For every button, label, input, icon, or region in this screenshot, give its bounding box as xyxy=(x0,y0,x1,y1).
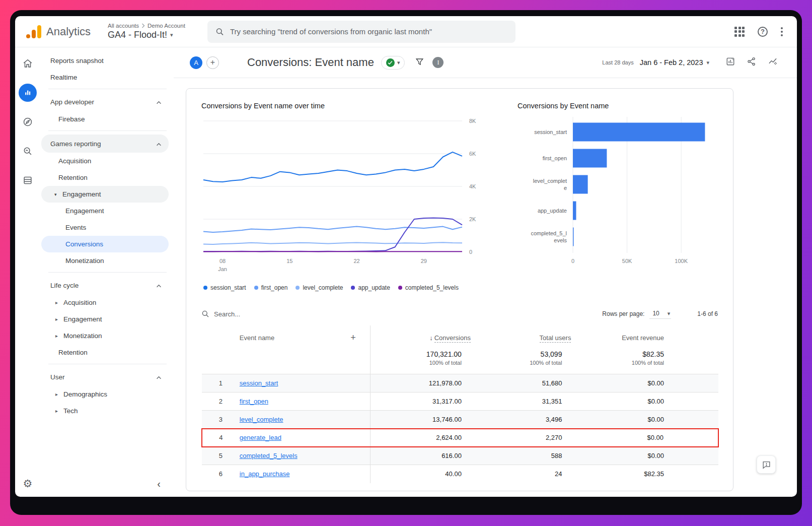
product-name: Analytics xyxy=(46,25,91,38)
insights-icon[interactable] xyxy=(768,56,778,69)
global-search[interactable] xyxy=(207,21,515,43)
svg-text:level_complet: level_complet xyxy=(533,178,567,184)
event-revenue-cell: $0.00 xyxy=(571,392,718,411)
library-nav-icon[interactable] xyxy=(19,171,37,189)
svg-text:0: 0 xyxy=(571,258,574,264)
home-nav-icon[interactable] xyxy=(19,54,37,73)
event-name-link[interactable]: generate_lead xyxy=(240,434,281,441)
conversions-cell: 13,746.00 xyxy=(370,411,471,429)
nav-reports-snapshot[interactable]: Reports snapshot xyxy=(41,52,169,69)
help-icon[interactable]: ? xyxy=(758,27,768,37)
add-dimension-icon[interactable]: + xyxy=(350,333,356,343)
nav-firebase[interactable]: Firebase xyxy=(41,111,169,127)
legend-dot-icon xyxy=(351,286,355,290)
caret-down-icon: ▾ xyxy=(397,59,400,66)
nav-demographics[interactable]: ▸Demographics xyxy=(41,386,169,403)
customize-report-icon[interactable] xyxy=(725,56,735,69)
legend-item: session_start xyxy=(203,284,246,291)
apps-grid-icon[interactable] xyxy=(734,27,745,37)
svg-text:0: 0 xyxy=(469,249,472,255)
col-header-conversions[interactable]: ↓Conversions xyxy=(370,325,471,348)
settings-gear-icon[interactable]: ⚙ xyxy=(23,478,33,490)
rows-per-page-select[interactable]: 10 ▾ xyxy=(649,309,671,319)
event-name-link[interactable]: session_start xyxy=(240,379,278,387)
nav-engagement-expanded[interactable]: ▾ Engagement xyxy=(41,186,169,203)
nav-section-app-developer[interactable]: App developer xyxy=(41,93,169,111)
table-section: Rows per page: 10 ▾ 1-6 of 6 xyxy=(201,305,718,483)
nav-section-games-reporting[interactable]: Games reporting xyxy=(41,135,169,153)
svg-text:8K: 8K xyxy=(469,118,476,124)
svg-text:100K: 100K xyxy=(675,258,688,264)
event-name-link[interactable]: completed_5_levels xyxy=(240,452,298,459)
caret-down-icon: ▾ xyxy=(170,32,173,38)
nav-lc-monetization[interactable]: ▸Monetization xyxy=(41,327,169,344)
totals-users: 53,099 xyxy=(471,350,562,358)
feedback-button[interactable] xyxy=(757,455,776,474)
event-name-link[interactable]: in_app_purchase xyxy=(240,470,290,478)
table-row-highlighted: 4 generate_lead 2,624.00 2,270 $0.00 xyxy=(202,429,718,447)
arrow-right-icon: ▸ xyxy=(55,316,63,322)
bar-chart-svg: 050K100Ksession_startfirst_openlevel_com… xyxy=(518,114,724,273)
date-range-label: Last 28 days xyxy=(602,59,633,65)
svg-text:4K: 4K xyxy=(469,183,476,189)
google-analytics-logo-icon xyxy=(26,25,41,38)
nav-section-life-cycle[interactable]: Life cycle xyxy=(41,276,169,294)
svg-text:2K: 2K xyxy=(469,216,476,222)
event-name-link[interactable]: first_open xyxy=(240,398,268,405)
nav-retention[interactable]: Retention xyxy=(41,169,169,186)
nav-tech[interactable]: ▸Tech xyxy=(41,403,169,419)
reports-nav-icon[interactable] xyxy=(19,84,37,102)
arrow-right-icon: ▸ xyxy=(55,333,63,339)
add-comparison-button[interactable]: + xyxy=(206,56,219,69)
table-search[interactable] xyxy=(201,310,294,318)
nav-section-user[interactable]: User xyxy=(41,368,169,386)
legend-dot-icon xyxy=(254,286,258,290)
event-revenue-cell: $0.00 xyxy=(571,447,718,465)
table-search-input[interactable] xyxy=(214,310,294,318)
row-number: 5 xyxy=(202,447,240,465)
totals-row: 170,321.00100% of total 53,099100% of to… xyxy=(202,348,718,374)
table-row: 2 first_open 31,317.00 31,351 $0.00 xyxy=(202,392,718,411)
table-row: 5 completed_5_levels 616.00 588 $0.00 xyxy=(202,447,718,465)
svg-text:e: e xyxy=(564,185,567,191)
advertising-nav-icon[interactable] xyxy=(19,142,37,160)
date-range-picker[interactable]: Jan 6 - Feb 2, 2023 ▾ xyxy=(640,58,709,67)
account-switcher[interactable]: All accounts Demo Account GA4 - Flood-It… xyxy=(108,23,185,40)
share-icon[interactable] xyxy=(747,56,757,69)
report-status-badge[interactable]: ▾ xyxy=(381,56,405,70)
explore-nav-icon[interactable] xyxy=(19,113,37,131)
svg-text:evels: evels xyxy=(554,237,567,243)
totals-revenue: $82.35 xyxy=(571,350,664,358)
total-users-cell: 51,680 xyxy=(471,374,571,392)
more-options-icon[interactable] xyxy=(781,27,783,36)
row-number: 6 xyxy=(202,465,240,483)
col-header-event-name[interactable]: Event name xyxy=(240,334,274,342)
chart-legend: session_start first_open level_complete … xyxy=(201,284,497,291)
filter-icon[interactable] xyxy=(415,57,424,69)
col-header-event-revenue[interactable]: Event revenue xyxy=(571,325,718,348)
nav-monetization[interactable]: Monetization xyxy=(41,252,169,269)
pagination-status: 1-6 of 6 xyxy=(697,310,718,317)
nav-lc-engagement[interactable]: ▸Engagement xyxy=(41,311,169,327)
event-name-link[interactable]: level_complete xyxy=(240,416,283,423)
svg-text:15: 15 xyxy=(286,258,292,264)
nav-conversions[interactable]: Conversions xyxy=(41,236,169,252)
conversions-cell: 31,317.00 xyxy=(370,392,471,411)
nav-events[interactable]: Events xyxy=(41,219,169,236)
nav-lc-acquisition[interactable]: ▸Acquisition xyxy=(41,294,169,311)
nav-acquisition[interactable]: Acquisition xyxy=(41,153,169,169)
os-window: Analytics All accounts Demo Account GA4 … xyxy=(10,10,802,515)
col-header-total-users[interactable]: Total users xyxy=(471,325,571,348)
collapse-nav-icon[interactable]: ‹ xyxy=(157,478,174,497)
nav-lc-retention[interactable]: Retention xyxy=(41,344,169,361)
nav-engagement-overview[interactable]: Engagement xyxy=(41,203,169,219)
feedback-icon xyxy=(762,460,771,470)
caret-down-icon: ▾ xyxy=(54,192,62,197)
avatar[interactable]: A xyxy=(190,56,202,69)
event-revenue-cell: $0.00 xyxy=(571,429,718,447)
conversions-cell: 121,978.00 xyxy=(370,374,471,392)
nav-realtime[interactable]: Realtime xyxy=(41,69,169,86)
custom-report-badge: I xyxy=(432,57,444,68)
search-input[interactable] xyxy=(230,27,507,36)
event-revenue-cell: $0.00 xyxy=(571,374,718,392)
